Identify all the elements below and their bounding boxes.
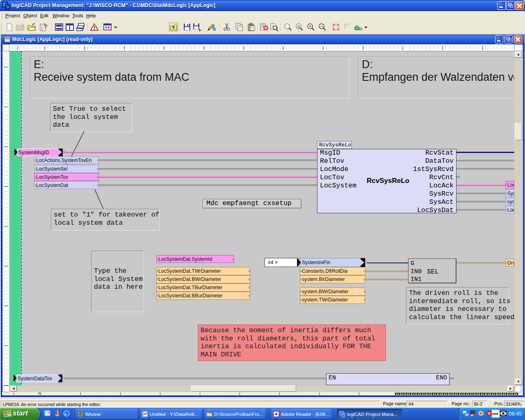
svg-text:xml: xml bbox=[492, 412, 499, 416]
svg-text:V: V bbox=[488, 411, 491, 415]
svg-text:e: e bbox=[65, 411, 67, 416]
svg-text:S: S bbox=[297, 25, 300, 29]
